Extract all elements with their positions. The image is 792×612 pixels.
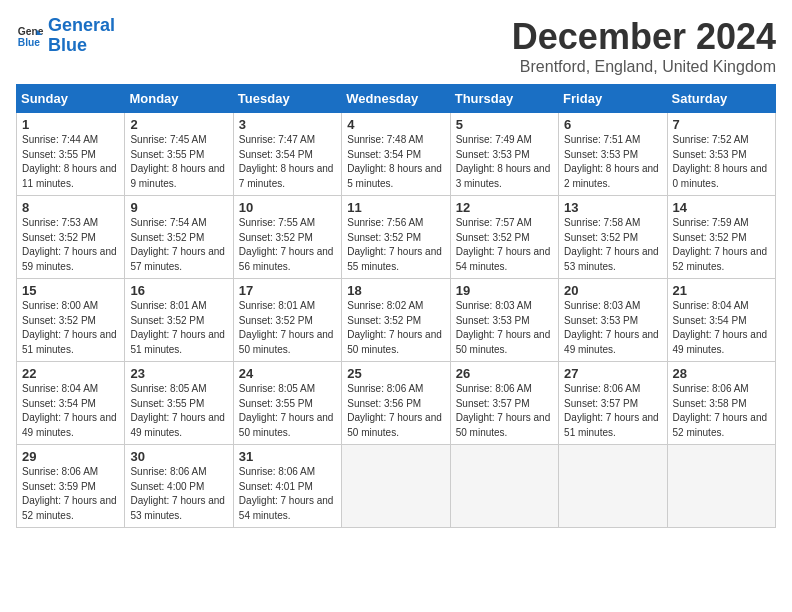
calendar-cell xyxy=(559,445,667,528)
day-number: 6 xyxy=(564,117,661,132)
calendar-cell: 19Sunrise: 8:03 AMSunset: 3:53 PMDayligh… xyxy=(450,279,558,362)
day-info: Sunrise: 7:54 AMSunset: 3:52 PMDaylight:… xyxy=(130,216,227,274)
weekday-header-tuesday: Tuesday xyxy=(233,85,341,113)
weekday-header-friday: Friday xyxy=(559,85,667,113)
week-row-2: 8Sunrise: 7:53 AMSunset: 3:52 PMDaylight… xyxy=(17,196,776,279)
calendar-cell: 12Sunrise: 7:57 AMSunset: 3:52 PMDayligh… xyxy=(450,196,558,279)
calendar-cell xyxy=(450,445,558,528)
weekday-header-sunday: Sunday xyxy=(17,85,125,113)
calendar-cell: 9Sunrise: 7:54 AMSunset: 3:52 PMDaylight… xyxy=(125,196,233,279)
day-info: Sunrise: 8:06 AMSunset: 3:57 PMDaylight:… xyxy=(564,382,661,440)
title-block: December 2024 Brentford, England, United… xyxy=(512,16,776,76)
day-info: Sunrise: 8:01 AMSunset: 3:52 PMDaylight:… xyxy=(239,299,336,357)
calendar-cell: 11Sunrise: 7:56 AMSunset: 3:52 PMDayligh… xyxy=(342,196,450,279)
calendar-cell: 13Sunrise: 7:58 AMSunset: 3:52 PMDayligh… xyxy=(559,196,667,279)
day-number: 7 xyxy=(673,117,770,132)
calendar-title: December 2024 xyxy=(512,16,776,58)
page-header: General Blue General Blue December 2024 … xyxy=(16,16,776,76)
calendar-cell: 4Sunrise: 7:48 AMSunset: 3:54 PMDaylight… xyxy=(342,113,450,196)
calendar-cell: 29Sunrise: 8:06 AMSunset: 3:59 PMDayligh… xyxy=(17,445,125,528)
day-info: Sunrise: 8:04 AMSunset: 3:54 PMDaylight:… xyxy=(22,382,119,440)
calendar-cell: 18Sunrise: 8:02 AMSunset: 3:52 PMDayligh… xyxy=(342,279,450,362)
calendar-cell: 14Sunrise: 7:59 AMSunset: 3:52 PMDayligh… xyxy=(667,196,775,279)
calendar-cell: 1Sunrise: 7:44 AMSunset: 3:55 PMDaylight… xyxy=(17,113,125,196)
logo: General Blue General Blue xyxy=(16,16,115,56)
day-info: Sunrise: 7:59 AMSunset: 3:52 PMDaylight:… xyxy=(673,216,770,274)
day-info: Sunrise: 8:01 AMSunset: 3:52 PMDaylight:… xyxy=(130,299,227,357)
day-number: 11 xyxy=(347,200,444,215)
weekday-header-row: SundayMondayTuesdayWednesdayThursdayFrid… xyxy=(17,85,776,113)
day-number: 13 xyxy=(564,200,661,215)
day-number: 23 xyxy=(130,366,227,381)
calendar-cell: 16Sunrise: 8:01 AMSunset: 3:52 PMDayligh… xyxy=(125,279,233,362)
day-info: Sunrise: 8:03 AMSunset: 3:53 PMDaylight:… xyxy=(456,299,553,357)
week-row-1: 1Sunrise: 7:44 AMSunset: 3:55 PMDaylight… xyxy=(17,113,776,196)
day-info: Sunrise: 7:53 AMSunset: 3:52 PMDaylight:… xyxy=(22,216,119,274)
calendar-cell: 28Sunrise: 8:06 AMSunset: 3:58 PMDayligh… xyxy=(667,362,775,445)
logo-text-line2: Blue xyxy=(48,36,115,56)
weekday-header-monday: Monday xyxy=(125,85,233,113)
calendar-cell: 3Sunrise: 7:47 AMSunset: 3:54 PMDaylight… xyxy=(233,113,341,196)
weekday-header-thursday: Thursday xyxy=(450,85,558,113)
calendar-cell: 10Sunrise: 7:55 AMSunset: 3:52 PMDayligh… xyxy=(233,196,341,279)
day-number: 1 xyxy=(22,117,119,132)
calendar-cell: 20Sunrise: 8:03 AMSunset: 3:53 PMDayligh… xyxy=(559,279,667,362)
day-number: 28 xyxy=(673,366,770,381)
day-info: Sunrise: 8:04 AMSunset: 3:54 PMDaylight:… xyxy=(673,299,770,357)
day-number: 18 xyxy=(347,283,444,298)
day-info: Sunrise: 8:05 AMSunset: 3:55 PMDaylight:… xyxy=(239,382,336,440)
calendar-cell: 27Sunrise: 8:06 AMSunset: 3:57 PMDayligh… xyxy=(559,362,667,445)
day-info: Sunrise: 7:57 AMSunset: 3:52 PMDaylight:… xyxy=(456,216,553,274)
calendar-cell: 25Sunrise: 8:06 AMSunset: 3:56 PMDayligh… xyxy=(342,362,450,445)
weekday-header-saturday: Saturday xyxy=(667,85,775,113)
day-info: Sunrise: 8:00 AMSunset: 3:52 PMDaylight:… xyxy=(22,299,119,357)
calendar-cell: 6Sunrise: 7:51 AMSunset: 3:53 PMDaylight… xyxy=(559,113,667,196)
day-number: 9 xyxy=(130,200,227,215)
day-info: Sunrise: 8:06 AMSunset: 3:58 PMDaylight:… xyxy=(673,382,770,440)
day-info: Sunrise: 7:52 AMSunset: 3:53 PMDaylight:… xyxy=(673,133,770,191)
day-number: 3 xyxy=(239,117,336,132)
day-info: Sunrise: 8:06 AMSunset: 3:59 PMDaylight:… xyxy=(22,465,119,523)
day-number: 15 xyxy=(22,283,119,298)
day-info: Sunrise: 7:45 AMSunset: 3:55 PMDaylight:… xyxy=(130,133,227,191)
week-row-4: 22Sunrise: 8:04 AMSunset: 3:54 PMDayligh… xyxy=(17,362,776,445)
day-number: 14 xyxy=(673,200,770,215)
day-info: Sunrise: 7:44 AMSunset: 3:55 PMDaylight:… xyxy=(22,133,119,191)
day-info: Sunrise: 7:47 AMSunset: 3:54 PMDaylight:… xyxy=(239,133,336,191)
day-number: 24 xyxy=(239,366,336,381)
calendar-cell: 15Sunrise: 8:00 AMSunset: 3:52 PMDayligh… xyxy=(17,279,125,362)
day-number: 20 xyxy=(564,283,661,298)
day-info: Sunrise: 7:56 AMSunset: 3:52 PMDaylight:… xyxy=(347,216,444,274)
day-number: 8 xyxy=(22,200,119,215)
day-number: 16 xyxy=(130,283,227,298)
day-number: 31 xyxy=(239,449,336,464)
calendar-cell: 30Sunrise: 8:06 AMSunset: 4:00 PMDayligh… xyxy=(125,445,233,528)
day-number: 22 xyxy=(22,366,119,381)
day-number: 21 xyxy=(673,283,770,298)
day-number: 25 xyxy=(347,366,444,381)
calendar-cell: 8Sunrise: 7:53 AMSunset: 3:52 PMDaylight… xyxy=(17,196,125,279)
day-number: 5 xyxy=(456,117,553,132)
day-info: Sunrise: 7:55 AMSunset: 3:52 PMDaylight:… xyxy=(239,216,336,274)
day-info: Sunrise: 7:48 AMSunset: 3:54 PMDaylight:… xyxy=(347,133,444,191)
logo-text-line1: General xyxy=(48,16,115,36)
calendar-cell xyxy=(667,445,775,528)
calendar-cell: 7Sunrise: 7:52 AMSunset: 3:53 PMDaylight… xyxy=(667,113,775,196)
day-info: Sunrise: 8:06 AMSunset: 4:00 PMDaylight:… xyxy=(130,465,227,523)
calendar-cell: 31Sunrise: 8:06 AMSunset: 4:01 PMDayligh… xyxy=(233,445,341,528)
day-number: 27 xyxy=(564,366,661,381)
day-info: Sunrise: 8:06 AMSunset: 3:57 PMDaylight:… xyxy=(456,382,553,440)
day-number: 19 xyxy=(456,283,553,298)
day-number: 4 xyxy=(347,117,444,132)
day-info: Sunrise: 8:03 AMSunset: 3:53 PMDaylight:… xyxy=(564,299,661,357)
calendar-cell: 24Sunrise: 8:05 AMSunset: 3:55 PMDayligh… xyxy=(233,362,341,445)
day-number: 17 xyxy=(239,283,336,298)
day-number: 30 xyxy=(130,449,227,464)
svg-text:Blue: Blue xyxy=(18,37,41,48)
day-info: Sunrise: 7:58 AMSunset: 3:52 PMDaylight:… xyxy=(564,216,661,274)
day-info: Sunrise: 8:06 AMSunset: 4:01 PMDaylight:… xyxy=(239,465,336,523)
calendar-cell: 17Sunrise: 8:01 AMSunset: 3:52 PMDayligh… xyxy=(233,279,341,362)
day-info: Sunrise: 7:49 AMSunset: 3:53 PMDaylight:… xyxy=(456,133,553,191)
calendar-cell: 5Sunrise: 7:49 AMSunset: 3:53 PMDaylight… xyxy=(450,113,558,196)
day-number: 12 xyxy=(456,200,553,215)
